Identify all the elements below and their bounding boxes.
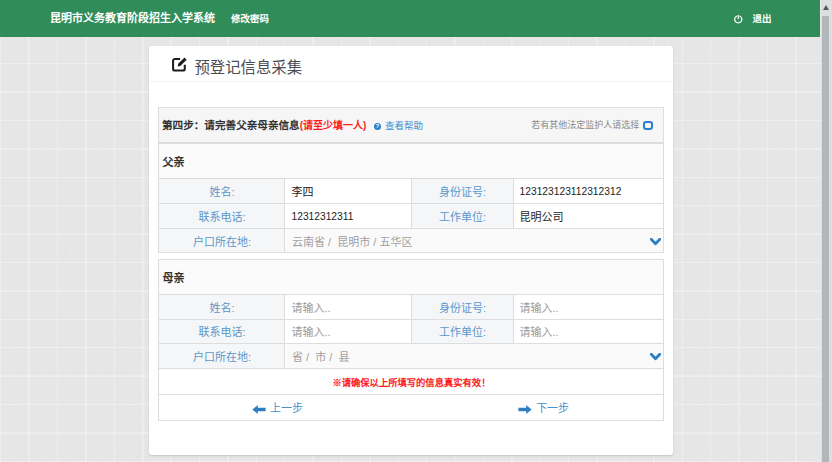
svg-text:?: ? bbox=[376, 123, 380, 129]
